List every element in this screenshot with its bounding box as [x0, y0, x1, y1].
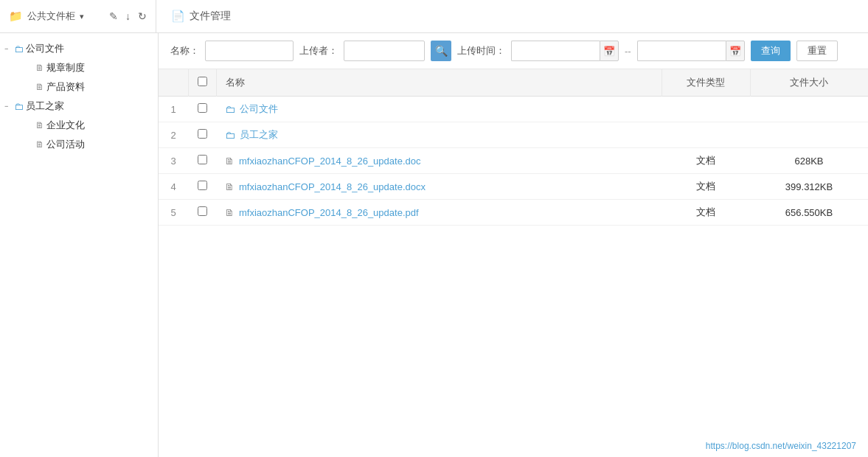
- time-label: 上传时间：: [457, 44, 505, 57]
- sidebar: − 🗀 公司文件 🗎 规章制度 🗎 产品资料 − 🗀 员工之家 🗎 企业文化 🗎…: [0, 33, 159, 457]
- cell-num: 2: [159, 122, 188, 148]
- cell-check[interactable]: [188, 122, 216, 148]
- sidebar-item-products[interactable]: 🗎 产品资料: [0, 77, 158, 97]
- file-name-text: mfxiaozhanCFOP_2014_8_26_update.docx: [239, 181, 426, 192]
- collapse-btn-company[interactable]: −: [4, 45, 12, 52]
- file-name-link[interactable]: 🗎mfxiaozhanCFOP_2014_8_26_update.doc: [225, 156, 653, 167]
- cell-size: [750, 122, 868, 148]
- table-row: 3🗎mfxiaozhanCFOP_2014_8_26_update.doc文档6…: [159, 148, 868, 174]
- file-icon-products: 🗎: [35, 82, 44, 92]
- sidebar-collapse-handle[interactable]: ‹: [158, 231, 159, 260]
- reset-button[interactable]: 重置: [796, 41, 838, 61]
- file-name-link[interactable]: 🗎mfxiaozhanCFOP_2014_8_26_update.docx: [225, 181, 653, 192]
- cell-num: 4: [159, 174, 188, 200]
- table-row: 2🗀员工之家: [159, 122, 868, 148]
- uploader-input[interactable]: [344, 41, 425, 61]
- folder-icon-sm: 🗀: [225, 103, 235, 115]
- file-icon-culture: 🗎: [35, 120, 44, 130]
- cell-size: 628KB: [750, 148, 868, 174]
- file-name-link[interactable]: 🗀公司文件: [225, 102, 653, 116]
- cell-num: 3: [159, 148, 188, 174]
- cell-check[interactable]: [188, 174, 216, 200]
- search-button[interactable]: 🔍: [431, 41, 451, 61]
- date-to-input[interactable]: [637, 41, 726, 61]
- cell-size: 399.312KB: [750, 174, 868, 200]
- sidebar-item-employee-home[interactable]: − 🗀 员工之家: [0, 97, 158, 116]
- row-checkbox[interactable]: [198, 129, 207, 139]
- cell-check[interactable]: [188, 148, 216, 174]
- file-table: 名称 文件类型 文件大小 1🗀公司文件2🗀员工之家3🗎mfxiaozhanCFO…: [159, 69, 868, 457]
- cell-check[interactable]: [188, 97, 216, 122]
- cell-num: 5: [159, 200, 188, 226]
- uploader-label: 上传者：: [299, 44, 338, 57]
- cell-size: 656.550KB: [750, 200, 868, 226]
- cell-type: 文档: [662, 148, 750, 174]
- doc-icon-sm: 🗎: [225, 156, 235, 167]
- row-checkbox[interactable]: [198, 181, 207, 190]
- layout: − 🗀 公司文件 🗎 规章制度 🗎 产品资料 − 🗀 员工之家 🗎 企业文化 🗎…: [0, 33, 868, 457]
- file-name-text: mfxiaozhanCFOP_2014_8_26_update.pdf: [239, 207, 419, 218]
- dropdown-arrow[interactable]: ▾: [80, 12, 84, 21]
- row-checkbox[interactable]: [198, 103, 207, 113]
- collapse-btn-employee[interactable]: −: [4, 102, 12, 110]
- th-num: [159, 69, 188, 97]
- search-toolbar: 名称： 上传者： 🔍 上传时间： 📅 -- 📅 查询 重置: [159, 33, 868, 69]
- folder-icon-employee: 🗀: [14, 101, 24, 112]
- calendar-from-icon[interactable]: 📅: [600, 41, 619, 61]
- name-input[interactable]: [205, 41, 294, 61]
- table-header-row: 名称 文件类型 文件大小: [159, 69, 868, 97]
- date-to-wrapper: 📅: [637, 41, 745, 61]
- sidebar-label-culture: 企业文化: [46, 119, 85, 132]
- file-name-link[interactable]: 🗀员工之家: [225, 128, 653, 142]
- sidebar-item-activities[interactable]: 🗎 公司活动: [0, 135, 158, 154]
- cell-type: 文档: [662, 200, 750, 226]
- down-icon[interactable]: ↓: [125, 10, 131, 22]
- th-type: 文件类型: [662, 69, 750, 97]
- table-row: 5🗎mfxiaozhanCFOP_2014_8_26_update.pdf文档6…: [159, 200, 868, 226]
- sidebar-label-products: 产品资料: [46, 80, 85, 94]
- sidebar-item-culture[interactable]: 🗎 企业文化: [0, 116, 158, 135]
- cell-type: 文档: [662, 174, 750, 200]
- cell-size: [750, 97, 868, 122]
- file-icon-rules: 🗎: [35, 63, 44, 73]
- cell-name: 🗎mfxiaozhanCFOP_2014_8_26_update.pdf: [216, 200, 662, 226]
- main-content: 名称： 上传者： 🔍 上传时间： 📅 -- 📅 查询 重置: [159, 33, 868, 457]
- query-button[interactable]: 查询: [751, 41, 791, 61]
- cell-name: 🗎mfxiaozhanCFOP_2014_8_26_update.docx: [216, 174, 662, 200]
- cell-check[interactable]: [188, 200, 216, 226]
- date-from-input[interactable]: [511, 41, 600, 61]
- sidebar-item-company-files[interactable]: − 🗀 公司文件: [0, 39, 158, 58]
- sidebar-label-company-files: 公司文件: [26, 42, 64, 55]
- th-size: 文件大小: [750, 69, 868, 97]
- cell-name: 🗀员工之家: [216, 122, 662, 148]
- folder-icon-sm: 🗀: [225, 129, 235, 141]
- cell-name: 🗎mfxiaozhanCFOP_2014_8_26_update.doc: [216, 148, 662, 174]
- refresh-icon[interactable]: ↻: [138, 10, 147, 22]
- table-row: 4🗎mfxiaozhanCFOP_2014_8_26_update.docx文档…: [159, 174, 868, 200]
- folder-icon-company: 🗀: [14, 43, 24, 55]
- top-bar-left: 📁 公共文件柜 ▾ ✎ ↓ ↻: [9, 0, 156, 32]
- row-checkbox[interactable]: [198, 155, 207, 164]
- top-bar-title: 公共文件柜: [27, 10, 75, 23]
- date-separator: --: [625, 46, 631, 57]
- sidebar-label-employee-home: 员工之家: [26, 100, 64, 113]
- calendar-to-icon[interactable]: 📅: [726, 41, 745, 61]
- top-bar-right: 📄 文件管理: [162, 10, 231, 23]
- folder-icon: 📁: [9, 10, 23, 23]
- table-row: 1🗀公司文件: [159, 97, 868, 122]
- th-check: [188, 69, 216, 97]
- edit-icon[interactable]: ✎: [109, 10, 118, 22]
- row-checkbox[interactable]: [198, 206, 207, 216]
- sidebar-label-rules: 规章制度: [46, 61, 85, 74]
- doc-icon-sm: 🗎: [225, 181, 235, 192]
- cell-num: 1: [159, 97, 188, 122]
- select-all-checkbox[interactable]: [198, 77, 207, 86]
- sidebar-item-rules[interactable]: 🗎 规章制度: [0, 58, 158, 77]
- page-icon: 📄: [171, 10, 185, 23]
- footer-link[interactable]: https://blog.csdn.net/weixin_43221207: [706, 441, 856, 451]
- name-label: 名称：: [170, 44, 199, 57]
- file-name-link[interactable]: 🗎mfxiaozhanCFOP_2014_8_26_update.pdf: [225, 207, 653, 218]
- page-title: 文件管理: [190, 10, 231, 23]
- file-icon-activities: 🗎: [35, 139, 44, 150]
- cell-name: 🗀公司文件: [216, 97, 662, 122]
